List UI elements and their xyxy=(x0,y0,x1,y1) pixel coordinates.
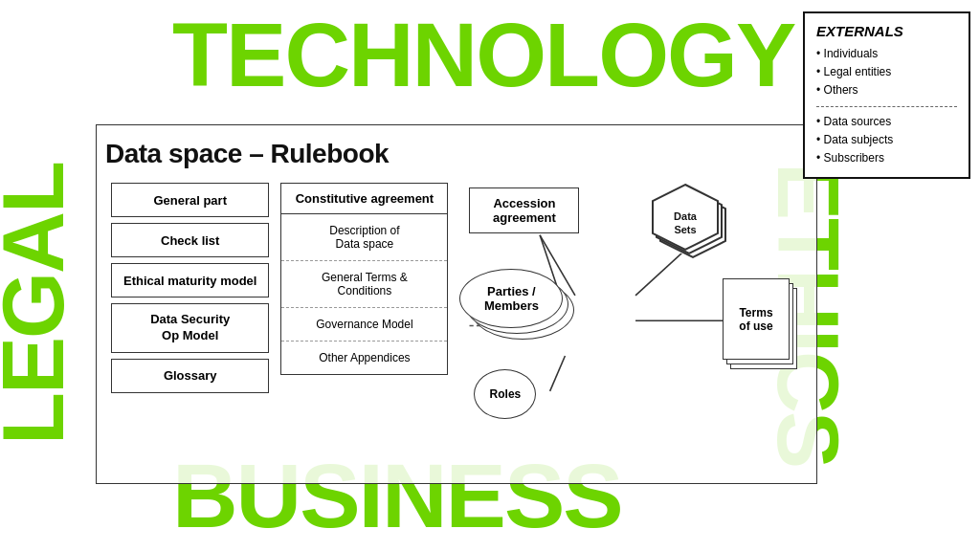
middle-column: Constitutive agreement Description ofDat… xyxy=(280,183,448,375)
terms-area: Termsof use xyxy=(723,278,797,374)
svg-line-5 xyxy=(550,356,566,391)
externals-item-datasources: Data sources xyxy=(816,113,957,131)
roles-oval: Roles xyxy=(474,369,536,419)
externals-item-legal: Legal entities xyxy=(816,63,957,81)
svg-text:Data: Data xyxy=(674,210,698,222)
externals-item-others: Others xyxy=(816,81,957,99)
page-title: Data space – Rulebook xyxy=(105,139,389,169)
externals-item-datasubjects: Data subjects xyxy=(816,131,957,149)
externals-item-subscribers: Subscribers xyxy=(816,149,957,167)
rulebook-general-part[interactable]: General part xyxy=(111,183,269,217)
svg-text:Sets: Sets xyxy=(674,224,696,235)
parties-label: Parties /Members xyxy=(459,269,563,328)
inner-layout: General part Check list Ethical maturity… xyxy=(111,183,802,469)
legal-label: LEGAL xyxy=(0,163,77,445)
roles-label: Roles xyxy=(474,369,536,419)
terms-label: Termsof use xyxy=(723,278,790,360)
main-container: General part Check list Ethical maturity… xyxy=(96,124,817,484)
rulebook-check-list[interactable]: Check list xyxy=(111,223,269,257)
externals-list1: Individuals Legal entities Others xyxy=(816,45,957,100)
accession-box: Accessionagreement xyxy=(469,187,579,233)
constitutive-description: Description ofData space xyxy=(281,214,447,261)
externals-box: EXTERNALS Individuals Legal entities Oth… xyxy=(803,11,970,179)
externals-divider xyxy=(816,106,957,107)
constitutive-items: Description ofData space General Terms &… xyxy=(280,214,448,375)
rulebook-data-security[interactable]: Data SecurityOp Model xyxy=(111,303,269,353)
technology-label: TECHNOLOGY xyxy=(172,10,794,100)
externals-title: EXTERNALS xyxy=(816,23,957,39)
rulebook-ethical-maturity[interactable]: Ethical maturity model xyxy=(111,263,269,298)
data-sets-area: Data Sets xyxy=(651,183,735,267)
left-column: General part Check list Ethical maturity… xyxy=(111,183,269,393)
rulebook-glossary[interactable]: Glossary xyxy=(111,359,269,393)
constitutive-governance: Governance Model xyxy=(281,308,447,342)
parties-stack: Parties /Members xyxy=(459,269,579,341)
externals-list2: Data sources Data subjects Subscribers xyxy=(816,113,957,168)
constitutive-general-terms: General Terms &Conditions xyxy=(281,261,447,308)
constitutive-appendices: Other Appendices xyxy=(281,342,447,374)
constitutive-header: Constitutive agreement xyxy=(280,183,448,214)
accession-label: Accessionagreement xyxy=(469,187,579,233)
right-wrapper: Accessionagreement Parties /Members Role… xyxy=(459,183,802,469)
externals-item-individuals: Individuals xyxy=(816,45,957,63)
